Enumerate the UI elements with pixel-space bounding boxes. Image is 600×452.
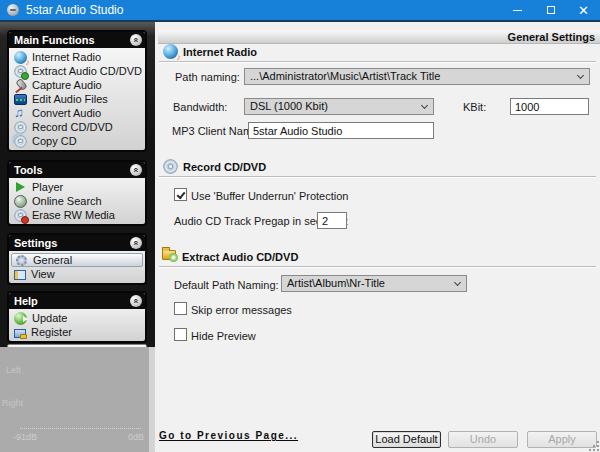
- bandwidth-label: Bandwidth:: [173, 101, 227, 113]
- sidebar-item-erase-rw-media[interactable]: Erase RW Media: [9, 208, 145, 222]
- panel-header-settings[interactable]: Settings: [9, 235, 145, 251]
- cd-copy-icon: [14, 135, 27, 148]
- section-divider: [159, 61, 596, 62]
- panel-title: Main Functions: [14, 34, 95, 46]
- waveform-icon: [14, 94, 27, 105]
- sidebar-item-label: Record CD/DVD: [32, 121, 113, 133]
- minimize-button[interactable]: [501, 0, 534, 20]
- buffer-underrun-checkbox[interactable]: [174, 188, 187, 201]
- panel-title: Settings: [14, 237, 57, 249]
- path-naming-combobox[interactable]: ...\Administrator\Music\Artist\Track Tit…: [244, 68, 590, 85]
- chevron-down-icon: [421, 102, 428, 109]
- chevron-down-icon: [454, 279, 461, 286]
- sidebar-item-player[interactable]: Player: [9, 180, 145, 194]
- go-to-previous-page-link[interactable]: Go to Previous Page...: [159, 430, 298, 441]
- app-icon: [7, 4, 19, 16]
- default-path-naming-value: Artist\Album\Nr-Title: [287, 277, 385, 289]
- collapse-icon[interactable]: [130, 164, 142, 176]
- sidebar-item-label: Register: [31, 326, 72, 338]
- titlebar: 5star Audio Studio ✕: [0, 0, 600, 20]
- panel-header-tools[interactable]: Tools: [9, 162, 145, 178]
- section-title-extract: Extract Audio CD/DVD: [182, 251, 298, 263]
- sidebar-item-copy-cd[interactable]: Copy CD: [9, 134, 145, 148]
- sidebar-item-label: Update: [32, 312, 67, 324]
- skip-error-messages-checkbox[interactable]: [174, 302, 187, 315]
- sidebar-item-label: Capture Audio: [32, 79, 102, 91]
- bandwidth-combobox[interactable]: DSL (1000 Kbit): [244, 98, 434, 115]
- panel-header-main-functions[interactable]: Main Functions: [9, 32, 145, 48]
- sidebar-item-convert-audio[interactable]: Convert Audio: [9, 106, 145, 120]
- sidebar-item-internet-radio[interactable]: Internet Radio: [9, 50, 145, 64]
- update-globe-icon: [14, 312, 27, 325]
- path-naming-value: ...\Administrator\Music\Artist\Track Tit…: [250, 70, 440, 82]
- sidebar-item-label: Internet Radio: [32, 51, 101, 63]
- panel-help: Help Update Register: [7, 291, 147, 343]
- sidebar-item-view[interactable]: View: [9, 267, 145, 281]
- undo-button[interactable]: Undo: [448, 431, 518, 448]
- pregap-input[interactable]: [317, 212, 347, 229]
- panel-header-help[interactable]: Help: [9, 293, 145, 309]
- maximize-button[interactable]: [534, 0, 567, 20]
- music-notes-icon: [14, 107, 27, 120]
- skip-error-messages-label: Skip error messages: [191, 304, 292, 316]
- search-globe-icon: [14, 195, 27, 208]
- sidebar-item-label: Convert Audio: [32, 107, 101, 119]
- meter-left-label: Left: [6, 365, 21, 375]
- default-path-naming-label: Default Path Naming:: [174, 279, 279, 291]
- cd-record-icon: [14, 121, 27, 134]
- sidebar-item-update[interactable]: Update: [9, 311, 145, 325]
- section-title-internet-radio: Internet Radio: [183, 46, 257, 58]
- page-title: General Settings: [158, 30, 600, 44]
- main-panel: General Settings Internet Radio Path nam…: [155, 22, 600, 452]
- buffer-underrun-label: Use 'Buffer Underrun' Protection: [191, 190, 348, 202]
- level-meter: Left Right -91dB 0dB: [0, 347, 155, 452]
- gear-icon: [16, 255, 27, 266]
- section-divider: [159, 176, 596, 177]
- sidebar-item-general[interactable]: General: [11, 253, 143, 267]
- close-icon: ✕: [578, 4, 589, 17]
- hide-preview-checkbox[interactable]: [174, 328, 187, 341]
- chevron-down-icon: [577, 72, 584, 79]
- kbit-input[interactable]: [510, 98, 589, 115]
- kbit-label: KBit:: [463, 101, 486, 113]
- sidebar-item-online-search[interactable]: Online Search: [9, 194, 145, 208]
- register-icon: [14, 329, 26, 338]
- sidebar-item-edit-audio-files[interactable]: Edit Audio Files: [9, 92, 145, 106]
- path-naming-label: Path naming:: [175, 71, 240, 83]
- cd-erase-icon: [14, 209, 27, 222]
- bandwidth-value: DSL (1000 Kbit): [250, 100, 328, 112]
- collapse-icon[interactable]: [130, 237, 142, 249]
- collapse-icon[interactable]: [130, 34, 142, 46]
- sidebar-item-label: General: [33, 254, 72, 266]
- sidebar-item-label: Player: [32, 181, 63, 193]
- window-title: 5star Audio Studio: [26, 3, 123, 17]
- sidebar-item-register[interactable]: Register: [9, 325, 145, 339]
- view-window-icon: [14, 270, 26, 280]
- apply-button[interactable]: Apply: [527, 431, 597, 448]
- panel-title: Tools: [14, 164, 43, 176]
- sidebar-item-capture-audio[interactable]: Capture Audio: [9, 78, 145, 92]
- sidebar-item-record-cd[interactable]: Record CD/DVD: [9, 120, 145, 134]
- load-default-button[interactable]: Load Default: [372, 431, 441, 448]
- mp3-client-name-input[interactable]: [248, 122, 434, 139]
- folder-disc-icon: [162, 250, 176, 260]
- sidebar-item-label: Copy CD: [32, 135, 77, 147]
- meter-right-label: Right: [2, 398, 23, 408]
- panel-tools: Tools Player Online Search Erase RW Medi…: [7, 160, 147, 226]
- sidebar-item-label: View: [31, 268, 55, 280]
- minimize-icon: [513, 10, 522, 11]
- microphone-icon: [14, 79, 27, 92]
- close-button[interactable]: ✕: [567, 0, 600, 20]
- globe-music-icon: [163, 44, 178, 59]
- cd-record-icon: [163, 159, 178, 174]
- sidebar: Main Functions Internet Radio Extract Au…: [0, 22, 155, 452]
- collapse-icon[interactable]: [130, 295, 142, 307]
- hide-preview-label: Hide Preview: [191, 330, 256, 342]
- play-icon: [14, 181, 27, 194]
- panel-main-functions: Main Functions Internet Radio Extract Au…: [7, 30, 147, 152]
- resize-grip[interactable]: [589, 441, 599, 451]
- sidebar-item-label: Online Search: [32, 195, 102, 207]
- panel-title: Help: [14, 295, 38, 307]
- default-path-naming-combobox[interactable]: Artist\Album\Nr-Title: [281, 275, 467, 292]
- meter-scale-max: 0dB: [128, 432, 144, 442]
